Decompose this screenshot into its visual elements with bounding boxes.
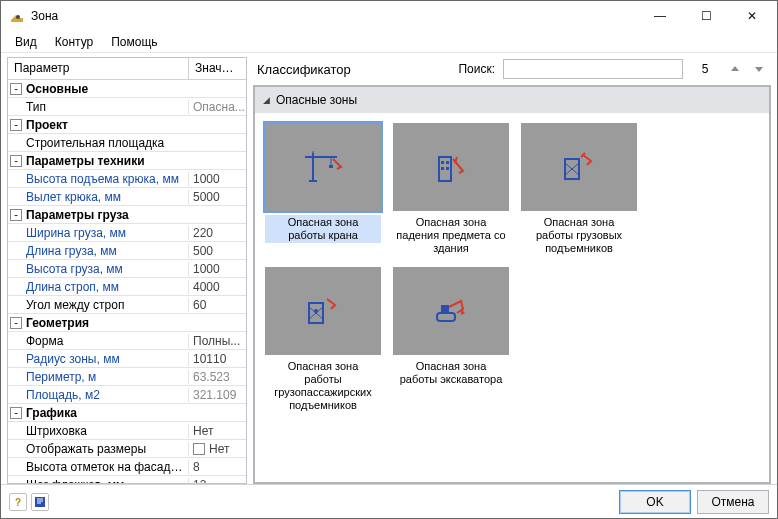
menu-view[interactable]: Вид [7,33,45,51]
svg-rect-7 [441,161,444,164]
param-name: Радиус зоны, мм [8,352,188,366]
menu-contour[interactable]: Контур [47,33,101,51]
param-value[interactable]: 5000 [188,190,246,204]
param-name: Шаг флажков, мм [8,478,188,484]
search-input[interactable] [503,59,683,79]
param-name: Вылет крюка, мм [8,190,188,204]
svg-point-17 [314,309,318,313]
classifier-item[interactable]: Опасная зона работы экскаватора [393,267,509,414]
svg-rect-19 [441,305,449,313]
param-name: Периметр, м [8,370,188,384]
param-name: Угол между строп [8,298,188,312]
param-value[interactable]: 10110 [188,352,246,366]
minimize-button[interactable]: — [637,1,683,31]
param-value[interactable]: Опасна... [188,100,246,114]
param-value[interactable]: 12 [188,478,246,484]
param-group[interactable]: -Проект [8,116,246,134]
param-value[interactable]: 60 [188,298,246,312]
classifier-item[interactable]: Опасная зона работы крана [265,123,381,257]
content-area: Параметр Значен... -ОсновныеТипОпасна...… [1,53,777,484]
collapse-toggle[interactable]: - [10,317,22,329]
item-thumbnail [393,123,509,211]
collapse-toggle[interactable]: - [10,209,22,221]
close-button[interactable]: ✕ [729,1,775,31]
param-row[interactable]: Угол между строп60 [8,296,246,314]
classifier-item[interactable]: Опасная зона работы грузовых подъемников [521,123,637,257]
move-up-button[interactable] [727,61,743,77]
ok-button[interactable]: OK [619,490,691,514]
parameter-body[interactable]: -ОсновныеТипОпасна...-ПроектСтроительная… [8,80,246,483]
param-row[interactable]: Радиус зоны, мм10110 [8,350,246,368]
param-name: Форма [8,334,188,348]
item-thumbnail [393,267,509,355]
cancel-button[interactable]: Отмена [697,490,769,514]
param-value[interactable]: 8 [188,460,246,474]
param-group[interactable]: -Геометрия [8,314,246,332]
param-value[interactable]: 500 [188,244,246,258]
group-label: Параметры техники [26,154,145,168]
svg-rect-5 [329,165,333,168]
checkbox[interactable] [193,443,205,455]
group-label: Графика [26,406,77,420]
collapse-toggle[interactable]: - [10,155,22,167]
classifier-item[interactable]: Опасная зона работы грузопассажирских по… [265,267,381,414]
param-row[interactable]: Ширина груза, мм220 [8,224,246,242]
collapse-toggle[interactable]: - [10,119,22,131]
move-down-button[interactable] [751,61,767,77]
thumbnail-grid[interactable]: Опасная зона работы кранаОпасная зона па… [255,113,769,482]
group-label: Основные [26,82,88,96]
param-row[interactable]: ТипОпасна... [8,98,246,116]
classifier-box: ◢ Опасные зоны Опасная зона работы крана… [253,85,771,484]
param-row[interactable]: Длина груза, мм500 [8,242,246,260]
item-thumbnail [265,267,381,355]
param-row[interactable]: Периметр, м63.523 [8,368,246,386]
collapse-toggle[interactable]: - [10,407,22,419]
param-value[interactable]: 63.523 [188,370,246,384]
parameter-header: Параметр Значен... [8,58,246,80]
item-label: Опасная зона работы крана [265,215,381,243]
item-label: Опасная зона работы экскаватора [393,359,509,387]
param-row[interactable]: Шаг флажков, мм12 [8,476,246,483]
param-value[interactable]: Нет [188,424,246,438]
parameter-panel: Параметр Значен... -ОсновныеТипОпасна...… [7,57,247,484]
classifier-item[interactable]: Опасная зона падения предмета со здания [393,123,509,257]
param-row[interactable]: Площадь, м2321.109 [8,386,246,404]
category-header[interactable]: ◢ Опасные зоны [255,87,769,113]
param-row[interactable]: Высота груза, мм1000 [8,260,246,278]
param-value[interactable]: 220 [188,226,246,240]
param-row[interactable]: Строительная площадка [8,134,246,152]
param-value[interactable]: 321.109 [188,388,246,402]
param-name: Тип [8,100,188,114]
param-group[interactable]: -Параметры техники [8,152,246,170]
param-group[interactable]: -Основные [8,80,246,98]
param-header-name: Параметр [8,58,188,79]
maximize-button[interactable]: ☐ [683,1,729,31]
param-value[interactable]: 1000 [188,262,246,276]
help-icon[interactable]: ? [9,493,27,511]
notes-icon[interactable] [31,493,49,511]
param-value[interactable]: 1000 [188,172,246,186]
svg-text:?: ? [15,497,21,508]
item-label: Опасная зона падения предмета со здания [393,215,509,257]
param-group[interactable]: -Параметры груза [8,206,246,224]
param-group[interactable]: -Графика [8,404,246,422]
param-name: Строительная площадка [8,136,188,150]
collapse-toggle[interactable]: - [10,83,22,95]
param-row[interactable]: Высота отметок на фасаде, мм8 [8,458,246,476]
svg-rect-18 [437,313,455,321]
param-row[interactable]: ФормаПолны... [8,332,246,350]
param-row[interactable]: Длина строп, мм4000 [8,278,246,296]
menu-help[interactable]: Помощь [103,33,165,51]
group-label: Проект [26,118,68,132]
param-name: Длина строп, мм [8,280,188,294]
param-row[interactable]: Отображать размерыНет [8,440,246,458]
param-value[interactable]: 4000 [188,280,246,294]
param-row[interactable]: Высота подъема крюка, мм1000 [8,170,246,188]
param-name: Штриховка [8,424,188,438]
param-value[interactable]: Полны... [188,334,246,348]
param-value[interactable]: Нет [188,442,246,456]
param-row[interactable]: ШтриховкаНет [8,422,246,440]
param-row[interactable]: Вылет крюка, мм5000 [8,188,246,206]
classifier-panel: Классификатор Поиск: 5 ◢ Опасные зоны Оп… [253,57,771,484]
param-name: Отображать размеры [8,442,188,456]
